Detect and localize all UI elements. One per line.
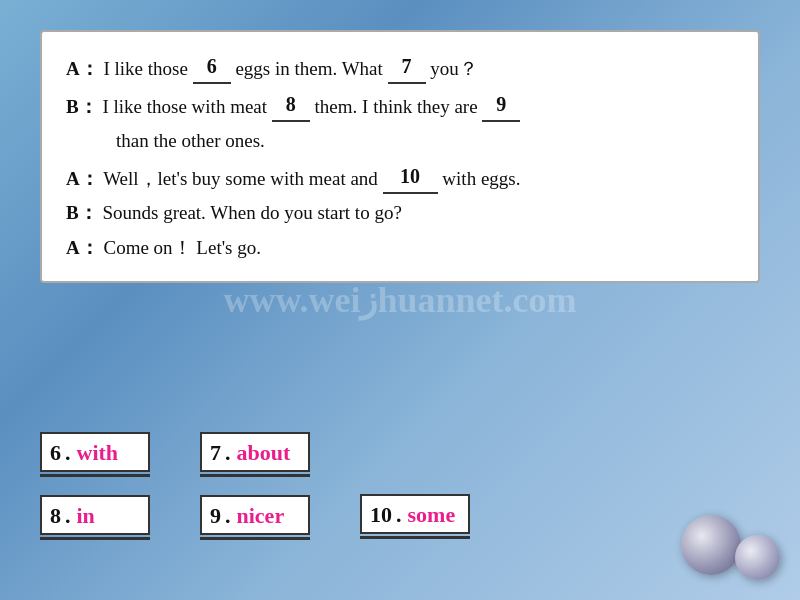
answer-underline-6 [40,474,150,477]
dialog-line-5: B： Sounds great. When do you start to go… [66,198,734,228]
text-a2-2: with eggs. [442,168,520,189]
answer-num-10: 10 [370,502,392,528]
dialog-box: A： I like those 6 eggs in them. What 7 y… [40,30,760,283]
answer-box-9: 9 . nicer [200,495,310,540]
blank-6: 6 [193,50,231,84]
speaker-b1: B： [66,96,98,117]
answer-num-7: 7 [210,440,221,466]
answer-num-6: 6 [50,440,61,466]
text-a2-1: Well，let's buy some with meat and [103,168,382,189]
answer-num-9: 9 [210,503,221,529]
answer-content-7: 7 . about [200,432,310,472]
answer-dot-10: . [396,502,402,528]
answer-dot-6: . [65,440,71,466]
dialog-line-1: A： I like those 6 eggs in them. What 7 y… [66,50,734,84]
dialog-line-2: B： I like those with meat 8 them. I thin… [66,88,734,122]
answer-box-8: 8 . in [40,495,150,540]
speaker-a3: A： [66,237,99,258]
answer-content-6: 6 . with [40,432,150,472]
blank-7: 7 [388,50,426,84]
answer-underline-10 [360,536,470,539]
text-b1-3: than the other ones. [116,130,265,151]
answer-num-8: 8 [50,503,61,529]
answer-dot-7: . [225,440,231,466]
answer-dot-9: . [225,503,231,529]
answer-word-6: with [77,440,119,466]
answer-underline-7 [200,474,310,477]
speaker-a1: A： [66,58,99,79]
answer-word-8: in [77,503,95,529]
blank-8: 8 [272,88,310,122]
speaker-a2: A： [66,168,99,189]
blank-9: 9 [482,88,520,122]
answer-word-10: some [408,502,456,528]
dialog-line-4: A： Well，let's buy some with meat and 10 … [66,160,734,194]
answer-underline-8 [40,537,150,540]
answer-content-10: 10 . some [360,494,470,534]
watermark: www.weiزhuannet.com [223,279,576,321]
answer-content-9: 9 . nicer [200,495,310,535]
answer-box-6: 6 . with [40,432,150,477]
answers-area: 6 . with 8 . in 7 . about [40,432,760,540]
text-b2: Sounds great. When do you start to go? [102,202,401,223]
sphere-small [735,535,780,580]
text-b1-1: I like those with meat [102,96,271,117]
text-a3: Come on！ Let's go. [103,237,261,258]
dialog-line-6: A： Come on！ Let's go. [66,233,734,263]
text-b1-2: them. I think they are [315,96,483,117]
speaker-b2: B： [66,202,98,223]
answer-content-8: 8 . in [40,495,150,535]
dialog-line-3: than the other ones. [116,126,734,156]
text-a1-2: eggs in them. What [235,58,387,79]
text-a1-3: you？ [430,58,478,79]
answer-underline-9 [200,537,310,540]
text-a1-1: I like those [103,58,192,79]
answer-box-10: 10 . some [360,494,470,539]
answer-box-7: 7 . about [200,432,310,477]
answer-dot-8: . [65,503,71,529]
answer-word-9: nicer [237,503,285,529]
answer-word-7: about [237,440,291,466]
blank-10: 10 [383,160,438,194]
